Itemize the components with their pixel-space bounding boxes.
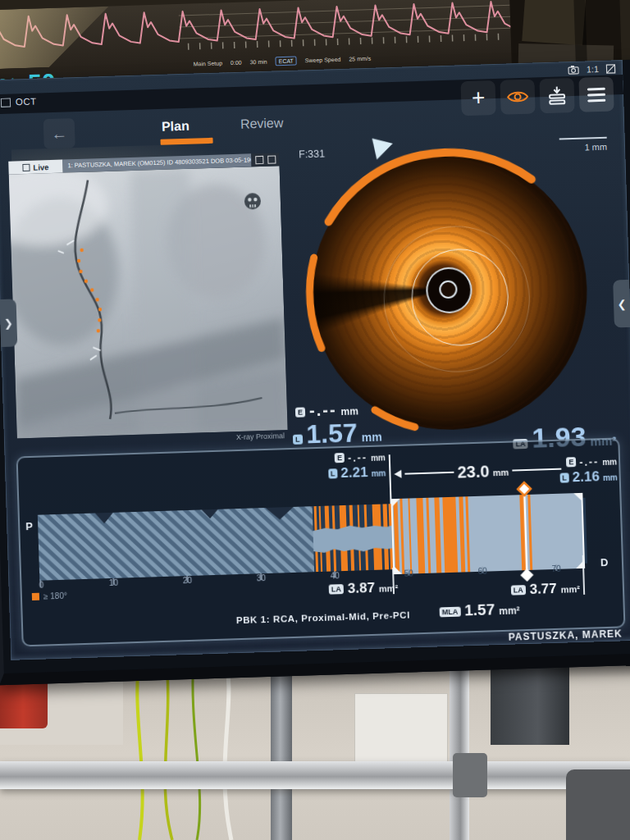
eem-value: -.-- bbox=[309, 400, 337, 420]
export-stack-button[interactable] bbox=[539, 78, 574, 113]
ruler-label: 60 bbox=[477, 567, 486, 576]
eem-value: -.-- bbox=[348, 452, 368, 464]
angiogram-image[interactable] bbox=[9, 166, 288, 438]
lumen-value: 2.16 bbox=[572, 468, 600, 486]
right-drawer-handle[interactable]: ❮ bbox=[613, 280, 630, 328]
lmode-strip[interactable] bbox=[38, 498, 587, 581]
stack-download-icon bbox=[547, 85, 568, 106]
xray-header-icons[interactable] bbox=[251, 153, 279, 167]
expand-icon bbox=[267, 155, 276, 163]
xray-footer-label: X-ray Proximal bbox=[236, 431, 285, 441]
vitals-menu-item: 0:00 bbox=[231, 60, 242, 66]
lumen-area-badge: LA bbox=[510, 585, 525, 596]
menu-icon bbox=[587, 87, 605, 90]
live-icon bbox=[22, 163, 30, 171]
legend-label: ≥ 180° bbox=[43, 591, 67, 601]
lumen-area-value: 3.87 bbox=[348, 580, 376, 597]
chevron-right-icon: ❯ bbox=[4, 317, 13, 329]
eem-value: -.-- bbox=[579, 456, 599, 468]
chevron-left-icon: ❮ bbox=[617, 298, 626, 310]
eem-badge: E bbox=[295, 407, 305, 417]
photo-cloth bbox=[566, 769, 630, 840]
screen-stack: Main Setup 0:00 30 min ECAT Sweep Speed … bbox=[0, 0, 630, 689]
vitals-menu-item: 25 mm/s bbox=[349, 56, 371, 62]
aspect-ratio-label: 1:1 bbox=[587, 64, 600, 74]
crop-icon bbox=[605, 63, 616, 74]
lumen-area-badge: LA bbox=[329, 584, 344, 595]
lumen-badge: L bbox=[559, 472, 569, 482]
live-label: Live bbox=[33, 162, 48, 172]
camera-icon bbox=[568, 65, 580, 75]
length-value: 23.0 bbox=[457, 462, 490, 482]
proximal-label: P bbox=[25, 520, 33, 532]
vitals-menu-item: Sweep Speed bbox=[305, 57, 341, 63]
layout-icon bbox=[255, 156, 263, 164]
vitals-menu-item: Main Setup bbox=[194, 60, 223, 66]
xray-panel: Live 1: PASTUSZKA, MAREK (OM0125) ID 480… bbox=[8, 153, 288, 453]
oct-application: 1:1 OCT + bbox=[0, 60, 630, 660]
ruler-label: 10 bbox=[109, 578, 118, 587]
tab-review[interactable]: Review bbox=[240, 116, 284, 132]
lmode-panel: P D bbox=[16, 437, 626, 646]
main-menu-button[interactable] bbox=[578, 76, 614, 112]
ruler-label: 70 bbox=[551, 564, 560, 573]
tab-plan[interactable]: Plan bbox=[162, 119, 189, 135]
photo-rail bbox=[0, 761, 630, 789]
arrow-left-icon bbox=[394, 470, 401, 478]
rotation-marker-triangle[interactable] bbox=[372, 138, 394, 160]
lmode-right-measurements: E-.--mm L2.16mm bbox=[502, 456, 618, 488]
ruler-label: 30 bbox=[257, 573, 266, 582]
eem-badge: E bbox=[566, 457, 576, 467]
visibility-button[interactable] bbox=[500, 79, 535, 114]
app-title: OCT bbox=[16, 97, 37, 107]
lumen-unit: mm bbox=[362, 431, 382, 445]
distal-label: D bbox=[600, 556, 609, 568]
photo-stage: Main Setup 0:00 30 min ECAT Sweep Speed … bbox=[0, 0, 630, 840]
eem-unit: mm bbox=[340, 405, 358, 418]
legend-swatch bbox=[32, 593, 39, 600]
oct-monitor: 1:1 OCT + bbox=[0, 59, 630, 685]
lumen-value: 1.57 bbox=[306, 418, 358, 450]
lumen-area-value: 3.77 bbox=[529, 581, 557, 598]
lmode-left-measurements: E-.--mm L2.21mm bbox=[264, 451, 386, 484]
vitals-menu: Main Setup 0:00 30 min ECAT Sweep Speed … bbox=[193, 54, 371, 69]
lumen-value: 2.21 bbox=[340, 464, 368, 482]
pullback-caption: PBK 1: RCA, Proximal-Mid, Pre-PCI bbox=[23, 603, 623, 632]
vitals-menu-item: 30 min bbox=[250, 59, 267, 66]
vitals-menu-chip: ECAT bbox=[275, 57, 296, 66]
ruler-label: 0 bbox=[39, 581, 44, 590]
photo-rail-clamp bbox=[453, 753, 487, 797]
lumen-area-right: LA 3.77 mm² bbox=[482, 580, 581, 600]
lumen-badge: L bbox=[328, 468, 338, 478]
eem-badge: E bbox=[335, 453, 345, 463]
lumen-area-left: LA 3.87 mm² bbox=[329, 579, 399, 598]
lumen-badge: L bbox=[293, 435, 303, 445]
calcium-legend: ≥ 180° bbox=[32, 591, 67, 601]
add-button[interactable]: + bbox=[460, 80, 495, 116]
back-button[interactable]: ← bbox=[43, 118, 75, 148]
measurement-tick bbox=[389, 454, 392, 504]
left-drawer-handle[interactable]: ❯ bbox=[0, 299, 17, 347]
plus-icon: + bbox=[471, 86, 485, 110]
back-arrow-icon: ← bbox=[51, 124, 68, 144]
ruler-label: 20 bbox=[183, 576, 192, 585]
ruler-label: 50 bbox=[404, 568, 413, 578]
eye-icon bbox=[507, 89, 529, 105]
ruler-label: 40 bbox=[331, 571, 340, 580]
window-icon bbox=[1, 98, 11, 107]
